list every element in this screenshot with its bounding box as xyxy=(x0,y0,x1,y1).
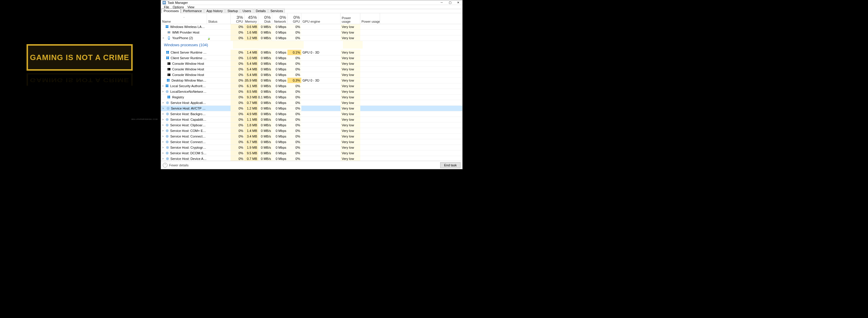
expand-icon[interactable]: > xyxy=(162,129,164,132)
cell-net: 0 Mbps xyxy=(272,61,287,66)
minimize-button[interactable]: ─ xyxy=(437,0,446,5)
cell-gpu: 0% xyxy=(287,156,301,161)
expand-icon[interactable]: > xyxy=(162,140,164,143)
col-power-usage[interactable]: Power usage xyxy=(341,13,360,24)
process-row[interactable]: C:Console Window Host0%5.4 MB0 MB/s0 Mbp… xyxy=(161,67,462,72)
col-status[interactable]: Status xyxy=(207,13,230,24)
expand-icon[interactable]: > xyxy=(162,90,164,93)
cell-power: Very low xyxy=(341,78,360,83)
process-row[interactable]: WMI Provider Host0%1.6 MB0 MB/s0 Mbps0%V… xyxy=(161,30,462,35)
cell-disk: 0 MB/s xyxy=(258,55,272,61)
expand-icon[interactable]: > xyxy=(162,157,164,160)
col-power-trend[interactable]: Power usage tr... xyxy=(360,13,380,24)
col-network[interactable]: 0% Network xyxy=(272,13,287,24)
expand-icon[interactable]: > xyxy=(162,118,164,121)
cell-cpu: 0% xyxy=(230,78,244,83)
process-row[interactable]: >Service Host: Connected Device...0%6.7 … xyxy=(161,139,462,145)
process-row[interactable]: >Service Host: DCOM Server Proc...0%9.5 … xyxy=(161,150,462,156)
cell-net: 0 Mbps xyxy=(272,78,287,83)
cell-disk: 0 MB/s xyxy=(258,111,272,116)
close-button[interactable]: ✕ xyxy=(454,0,462,5)
cell-power: Very low xyxy=(341,35,360,41)
process-row[interactable]: >Service Host: AVCTP service0%1.2 MB0 MB… xyxy=(161,106,462,111)
tab-app-history[interactable]: App history xyxy=(204,8,225,13)
cell-net: 0 Mbps xyxy=(272,35,287,41)
cell-gpu: 0.3% xyxy=(287,78,301,83)
end-task-button[interactable]: End task xyxy=(440,162,461,168)
tab-details[interactable]: Details xyxy=(254,8,268,13)
expand-icon[interactable]: > xyxy=(162,146,164,149)
svg-rect-9 xyxy=(168,32,170,33)
process-row[interactable]: >Service Host: Device Associatio...0%0.7… xyxy=(161,156,462,161)
col-gpu-engine[interactable]: GPU engine xyxy=(301,13,341,24)
expand-icon[interactable]: > xyxy=(162,112,164,115)
process-row[interactable]: >Service Host: COM+ Event Syste...0%1.4 … xyxy=(161,128,462,134)
col-cpu[interactable]: 3% CPU xyxy=(230,13,244,24)
expand-icon[interactable]: > xyxy=(162,135,164,138)
process-row[interactable]: >Service Host: Connected Device...0%3.4 … xyxy=(161,134,462,139)
col-disk[interactable]: 0% Disk xyxy=(258,13,272,24)
process-row[interactable]: >Service Host: Cryptographic Ser...0%1.9… xyxy=(161,145,462,150)
cell-gpu-engine xyxy=(301,55,341,61)
cell-net: 0 Mbps xyxy=(272,55,287,61)
process-row[interactable]: >Service Host: Application Infor...0%0.7… xyxy=(161,100,462,106)
process-icon xyxy=(165,123,169,127)
process-list[interactable]: Windows Wireless LAN 802.11 E...0%0.6 MB… xyxy=(161,24,462,161)
menu-options[interactable]: Options xyxy=(171,5,186,9)
process-name: Windows Wireless LAN 802.11 E... xyxy=(170,25,207,29)
svg-point-47 xyxy=(167,119,168,120)
process-row[interactable]: >Service Host: Clipboard User Ser...0%1.… xyxy=(161,122,462,128)
process-icon xyxy=(166,78,170,82)
cell-net: 0 Mbps xyxy=(272,111,287,116)
titlebar[interactable]: Task Manager ─ ▢ ✕ xyxy=(161,0,462,5)
process-name: Service Host: Capability Access ... xyxy=(170,118,207,121)
process-row[interactable]: >Local Security Authority Process ...0%6… xyxy=(161,83,462,89)
tab-startup[interactable]: Startup xyxy=(225,8,240,13)
process-row[interactable]: Client Server Runtime Process0%1.0 MB0 M… xyxy=(161,55,462,61)
fewer-details-button[interactable]: ˄ Fewer details xyxy=(163,163,188,168)
cell-gpu: 0% xyxy=(287,145,301,150)
process-name: Service Host: AVCTP service xyxy=(171,107,207,110)
process-name: Service Host: COM+ Event Syste... xyxy=(170,129,207,133)
cell-cpu: 0% xyxy=(230,50,244,55)
process-row[interactable]: >Service Host: Capability Access ...0%1.… xyxy=(161,117,462,122)
process-name: Local Security Authority Process ... xyxy=(170,84,207,88)
cell-power: Very low xyxy=(341,106,360,111)
cell-gpu: 0% xyxy=(287,134,301,139)
col-name[interactable]: ˄ Name xyxy=(161,13,207,24)
process-row[interactable]: Windows Wireless LAN 802.11 E...0%0.6 MB… xyxy=(161,24,462,30)
cell-cpu: 0% xyxy=(230,89,244,94)
cell-gpu: 0.1% xyxy=(287,50,301,55)
cell-net: 0 Mbps xyxy=(272,134,287,139)
expand-icon[interactable]: > xyxy=(162,107,164,110)
expand-icon[interactable]: > xyxy=(162,36,165,39)
expand-icon[interactable]: > xyxy=(162,124,164,127)
svg-point-35 xyxy=(167,91,168,92)
process-row[interactable]: Desktop Window Manager0%105.9 MB0 MB/s0 … xyxy=(161,78,462,83)
process-row[interactable]: Registry0%9.3 MB0.1 MB/s0 Mbps0%Very low xyxy=(161,95,462,100)
process-row[interactable]: >YourPhone (2)🍃0%1.2 MB0 MB/s0 Mbps0%Ver… xyxy=(161,35,462,41)
expand-icon[interactable]: > xyxy=(162,152,164,154)
tab-processes[interactable]: Processes xyxy=(162,8,181,13)
maximize-button[interactable]: ▢ xyxy=(446,0,454,5)
menu-view[interactable]: View xyxy=(186,5,196,9)
process-row[interactable]: >Service Host: Background Intelli...0%4.… xyxy=(161,111,462,117)
process-row[interactable]: Client Server Runtime Process0%1.4 MB0 M… xyxy=(161,50,462,55)
expand-icon[interactable]: > xyxy=(162,101,164,104)
cell-cpu: 0% xyxy=(230,128,244,133)
cell-gpu-engine xyxy=(301,134,341,139)
cell-gpu: 0% xyxy=(287,83,301,89)
process-name: Console Window Host xyxy=(172,73,204,77)
process-row[interactable]: >LocalServiceNoNetworkFirewall ...0%8.5 … xyxy=(161,89,462,95)
tab-services[interactable]: Services xyxy=(268,8,285,13)
cell-gpu: 0% xyxy=(287,72,301,77)
tab-users[interactable]: Users xyxy=(241,8,253,13)
tab-performance[interactable]: Performance xyxy=(181,8,204,13)
process-row[interactable]: C:Console Window Host0%5.4 MB0 MB/s0 Mbp… xyxy=(161,61,462,67)
expand-icon[interactable]: > xyxy=(162,84,164,87)
col-gpu[interactable]: 0% GPU xyxy=(287,13,301,24)
menu-file[interactable]: File xyxy=(162,5,171,9)
col-memory[interactable]: 45% Memory xyxy=(244,13,258,24)
group-header-windows-processes[interactable]: Windows processes (104) xyxy=(161,41,462,50)
process-row[interactable]: C:Console Window Host0%5.4 MB0 MB/s0 Mbp… xyxy=(161,72,462,78)
